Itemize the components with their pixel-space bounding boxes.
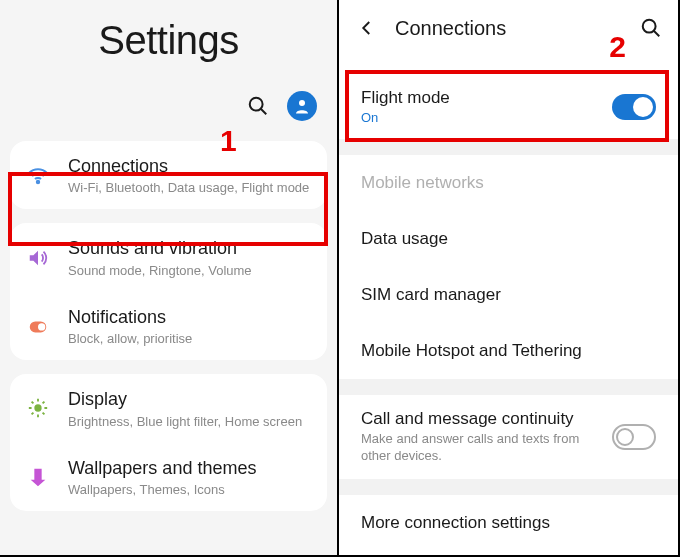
settings-card: Sounds and vibration Sound mode, Rington… (10, 223, 327, 360)
settings-header: Settings (0, 0, 337, 91)
connections-row-more[interactable]: More connection settings (339, 495, 678, 551)
connections-row-sim-manager[interactable]: SIM card manager (339, 267, 678, 323)
person-icon (293, 97, 311, 115)
svg-point-15 (643, 20, 656, 33)
settings-row-display[interactable]: Display Brightness, Blue light filter, H… (10, 374, 327, 442)
toggle-knob (633, 97, 653, 117)
row-title: More connection settings (361, 513, 656, 533)
svg-point-6 (34, 405, 41, 412)
row-title: Flight mode (361, 88, 612, 108)
row-title: Connections (68, 155, 311, 178)
row-text: Mobile networks (361, 173, 656, 193)
svg-point-0 (250, 98, 263, 111)
header-actions (0, 91, 337, 141)
toggle-knob (616, 428, 634, 446)
svg-point-2 (299, 100, 305, 106)
svg-line-13 (32, 413, 34, 415)
row-title: SIM card manager (361, 285, 656, 305)
row-text: Flight mode On (361, 88, 612, 125)
row-subtitle: Make and answer calls and texts from oth… (361, 431, 612, 465)
call-continuity-toggle[interactable] (612, 424, 656, 450)
back-button[interactable] (355, 16, 379, 40)
connections-panel: Connections Flight mode On Mobile networ… (339, 0, 678, 555)
row-title: Display (68, 388, 311, 411)
row-text: Data usage (361, 229, 656, 249)
row-title: Call and message continuity (361, 409, 612, 429)
svg-line-1 (261, 109, 267, 115)
row-text: Connections Wi-Fi, Bluetooth, Data usage… (68, 155, 311, 195)
connections-row-call-continuity[interactable]: Call and message continuity Make and ans… (339, 395, 678, 479)
notifications-icon (22, 310, 54, 342)
search-icon (247, 95, 269, 117)
row-text: Wallpapers and themes Wallpapers, Themes… (68, 457, 311, 497)
connections-row-data-usage[interactable]: Data usage (339, 211, 678, 267)
sound-icon (22, 242, 54, 274)
row-subtitle: Sound mode, Ringtone, Volume (68, 263, 311, 278)
svg-line-14 (43, 402, 45, 404)
svg-line-12 (43, 413, 45, 415)
section-divider (339, 379, 678, 395)
section-divider (339, 139, 678, 155)
row-title: Wallpapers and themes (68, 457, 311, 480)
row-status: On (361, 110, 612, 125)
search-icon (640, 17, 662, 39)
row-text: Sounds and vibration Sound mode, Rington… (68, 237, 311, 277)
settings-panel: Settings (0, 0, 339, 555)
row-text: SIM card manager (361, 285, 656, 305)
svg-line-11 (32, 402, 34, 404)
svg-point-5 (38, 323, 45, 330)
row-subtitle: Block, allow, prioritise (68, 331, 311, 346)
row-text: Notifications Block, allow, prioritise (68, 306, 311, 346)
settings-card: Connections Wi-Fi, Bluetooth, Data usage… (10, 141, 327, 209)
account-button[interactable] (287, 91, 317, 121)
subpage-title: Connections (395, 17, 640, 40)
row-subtitle: Wallpapers, Themes, Icons (68, 482, 311, 497)
settings-card: Display Brightness, Blue light filter, H… (10, 374, 327, 511)
page-title: Settings (0, 18, 337, 63)
section-divider (339, 479, 678, 495)
row-title: Data usage (361, 229, 656, 249)
row-title: Mobile Hotspot and Tethering (361, 341, 656, 361)
connections-row-flight-mode[interactable]: Flight mode On (339, 74, 678, 139)
connections-list: Flight mode On Mobile networks Data usag… (339, 56, 678, 551)
settings-row-wallpapers[interactable]: Wallpapers and themes Wallpapers, Themes… (10, 443, 327, 511)
display-icon (22, 392, 54, 424)
flight-mode-toggle[interactable] (612, 94, 656, 120)
settings-row-sounds[interactable]: Sounds and vibration Sound mode, Rington… (10, 223, 327, 291)
wallpapers-icon (22, 461, 54, 493)
chevron-left-icon (358, 19, 376, 37)
wifi-icon (22, 159, 54, 191)
row-title: Mobile networks (361, 173, 656, 193)
row-title: Notifications (68, 306, 311, 329)
settings-row-notifications[interactable]: Notifications Block, allow, prioritise (10, 292, 327, 360)
svg-point-3 (37, 181, 39, 183)
settings-list: Connections Wi-Fi, Bluetooth, Data usage… (0, 141, 337, 511)
connections-row-mobile-networks[interactable]: Mobile networks (339, 155, 678, 211)
row-text: Display Brightness, Blue light filter, H… (68, 388, 311, 428)
row-text: More connection settings (361, 513, 656, 533)
row-title: Sounds and vibration (68, 237, 311, 260)
search-button[interactable] (247, 95, 269, 117)
row-text: Call and message continuity Make and ans… (361, 409, 612, 465)
search-button[interactable] (640, 17, 662, 39)
svg-line-16 (654, 31, 660, 37)
settings-row-connections[interactable]: Connections Wi-Fi, Bluetooth, Data usage… (10, 141, 327, 209)
connections-header: Connections (339, 0, 678, 56)
row-text: Mobile Hotspot and Tethering (361, 341, 656, 361)
row-subtitle: Wi-Fi, Bluetooth, Data usage, Flight mod… (68, 180, 311, 195)
connections-row-hotspot[interactable]: Mobile Hotspot and Tethering (339, 323, 678, 379)
row-subtitle: Brightness, Blue light filter, Home scre… (68, 414, 311, 429)
